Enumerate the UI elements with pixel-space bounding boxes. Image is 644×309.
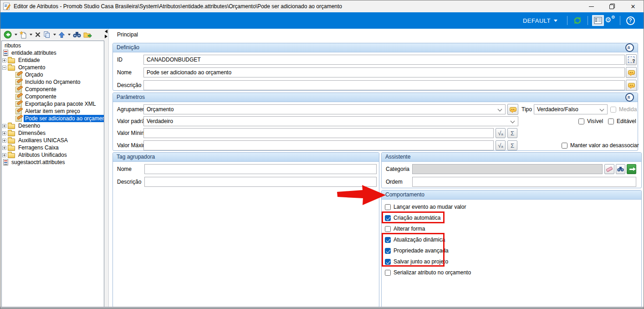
tab-principal[interactable]: Principal xyxy=(117,31,138,38)
new-dropdown-caret[interactable] xyxy=(30,34,32,36)
expand-plus-icon[interactable] xyxy=(2,58,6,62)
tree-item-pode-ser-adicionado[interactable]: Pode ser adicionado ao orçamento xyxy=(2,115,104,122)
valor-maximo-formula-button[interactable]: √a xyxy=(496,140,506,150)
minimize-button[interactable] xyxy=(581,0,602,12)
tree-item-orcado[interactable]: Orçado xyxy=(2,71,104,78)
translate-agrupamento-button[interactable] xyxy=(507,104,518,115)
close-button[interactable]: ✕ xyxy=(623,0,644,12)
folder-icon xyxy=(8,58,15,63)
clear-categoria-button[interactable] xyxy=(604,164,614,174)
categoria-label: Categoria xyxy=(386,164,409,174)
delete-button[interactable] xyxy=(35,30,41,39)
valor-padrao-combobox[interactable]: Verdadeiro xyxy=(143,116,518,126)
attributes-file-icon xyxy=(3,50,8,56)
copy-button[interactable] xyxy=(43,30,51,39)
new-attribute-button[interactable] xyxy=(20,30,27,39)
checkbox-atualizacao-dinamica[interactable]: Atualização dinâmica xyxy=(385,236,445,244)
expand-plus-icon[interactable] xyxy=(2,124,6,128)
tree-item-incluido-no-orcamento[interactable]: Incluído no Orçamento xyxy=(2,78,104,86)
find-button[interactable] xyxy=(73,30,81,39)
lancar-evento-checkbox[interactable] xyxy=(385,204,391,210)
tag-nome-input[interactable] xyxy=(144,164,377,174)
checkbox-visivel[interactable]: Visível xyxy=(578,117,603,125)
tree-item-atributos-unificados[interactable]: Atributos Unificados xyxy=(2,151,104,159)
ordem-input[interactable] xyxy=(412,177,636,187)
settings-button[interactable]: ⚙ ⚙ xyxy=(604,15,616,26)
refresh-button[interactable] xyxy=(572,15,583,26)
checkbox-editavel[interactable]: Editável xyxy=(608,117,636,125)
medida-checkbox[interactable] xyxy=(610,107,616,113)
tree-item-entidade-attributes[interactable]: entidade.attributes xyxy=(2,49,104,57)
alterar-forma-checkbox[interactable] xyxy=(385,226,391,232)
manter-valor-checkbox[interactable] xyxy=(562,143,567,149)
tree-item-ferragens-caixa[interactable]: Ferragens Caixa xyxy=(2,144,104,151)
tree-item-root[interactable]: ributos xyxy=(2,42,104,49)
valor-maximo-input[interactable] xyxy=(143,140,494,150)
criacao-automatica-checkbox[interactable] xyxy=(385,215,391,221)
tree-item-dimensoes[interactable]: Dimensões xyxy=(2,129,104,137)
checkbox-propriedade-avancada[interactable]: Propriedade avançada xyxy=(385,247,449,255)
tipo-combobox[interactable]: Verdadeiro/Falso xyxy=(534,104,608,114)
section-assistente: Assistente Categoria Ordem xyxy=(381,152,642,188)
nome-input[interactable] xyxy=(143,67,625,77)
go-categoria-button[interactable] xyxy=(627,164,636,174)
expand-plus-icon[interactable] xyxy=(2,139,6,143)
move-up-button[interactable] xyxy=(58,30,65,39)
search-categoria-button[interactable] xyxy=(616,164,625,174)
section-title: Parâmetros xyxy=(117,94,145,100)
collapse-section-button[interactable]: « xyxy=(625,93,634,102)
atualizacao-dinamica-checkbox[interactable] xyxy=(385,237,391,243)
checkbox-lancar-evento[interactable]: Lançar evento ao mudar valor xyxy=(385,203,466,211)
tree-item-componente-1[interactable]: Componente xyxy=(2,86,104,93)
valor-minimo-sum-button[interactable]: Σ xyxy=(507,128,517,138)
valor-maximo-sum-button[interactable]: Σ xyxy=(507,140,517,150)
editor-panel-button[interactable] xyxy=(592,15,604,26)
tag-descricao-input[interactable] xyxy=(144,177,377,187)
collapse-minus-icon[interactable] xyxy=(2,66,6,70)
translate-nome-button[interactable] xyxy=(626,67,637,78)
agrupamento-combobox[interactable]: Orçamento xyxy=(143,104,506,114)
export-button[interactable] xyxy=(83,30,92,39)
expand-plus-icon[interactable] xyxy=(2,153,6,157)
translate-descricao-button[interactable] xyxy=(626,80,637,91)
checkbox-criacao-automatica[interactable]: Criação automática xyxy=(385,214,440,222)
tree-item-sugestaoctrl-attributes[interactable]: sugestaoctrl.attributes xyxy=(2,159,104,166)
back-icon xyxy=(4,31,12,39)
back-dropdown-caret[interactable] xyxy=(15,34,17,36)
tree-item-exportacao-pacote-xml[interactable]: Exportação para pacote XML xyxy=(2,100,104,108)
expand-plus-icon[interactable] xyxy=(2,131,6,135)
sqrt-icon: √a xyxy=(498,130,503,136)
tree-item-entidade[interactable]: Entidade xyxy=(2,57,104,64)
expand-plus-icon[interactable] xyxy=(2,146,6,150)
section-parametros: Parâmetros « Agrupamento Orçamento Tipo … xyxy=(112,93,638,151)
checkbox-medida[interactable]: Medida xyxy=(610,105,637,113)
move-dropdown-caret[interactable] xyxy=(68,34,71,36)
salvar-junto-projeto-checkbox[interactable] xyxy=(385,259,391,265)
propriedade-avancada-checkbox[interactable] xyxy=(385,248,391,254)
collapse-section-button[interactable]: « xyxy=(625,43,634,52)
valor-minimo-input[interactable] xyxy=(143,128,494,138)
checkbox-alterar-forma[interactable]: Alterar forma xyxy=(385,225,425,233)
checkbox-serializar-atributo[interactable]: Serializar atributo no orçamento xyxy=(385,268,471,277)
profile-dropdown[interactable]: DEFAULT xyxy=(523,17,557,24)
tree-item-alertar-item-sem-preco[interactable]: Alertar item sem preço xyxy=(2,108,104,115)
editavel-checkbox[interactable] xyxy=(608,118,614,124)
restore-button[interactable] xyxy=(602,0,623,12)
help-button[interactable]: ? xyxy=(624,15,636,26)
tree-item-orcamento[interactable]: Orçamento xyxy=(2,64,104,71)
tree-item-desenho[interactable]: Desenho xyxy=(2,122,104,129)
visivel-checkbox[interactable] xyxy=(578,118,584,124)
checkbox-manter-valor[interactable]: Manter valor ao desassociar xyxy=(562,141,639,149)
tree-item-auxiliares-unicasa[interactable]: Auxiliares UNICASA xyxy=(2,137,104,144)
back-button[interactable] xyxy=(4,30,12,39)
valor-minimo-formula-button[interactable]: √a xyxy=(496,128,506,138)
splitter-collapse-toggle[interactable] xyxy=(104,29,109,39)
tree-item-componente-2[interactable]: Componente xyxy=(2,93,104,100)
pick-id-button[interactable] xyxy=(626,54,637,65)
id-input[interactable] xyxy=(143,55,625,65)
descricao-input[interactable] xyxy=(143,80,625,90)
checkbox-salvar-junto-projeto[interactable]: Salvar junto ao projeto xyxy=(385,258,448,266)
copy-dropdown-caret[interactable] xyxy=(53,34,56,36)
serializar-atributo-checkbox[interactable] xyxy=(385,270,391,276)
gear-icon: ⚙ xyxy=(605,16,611,24)
